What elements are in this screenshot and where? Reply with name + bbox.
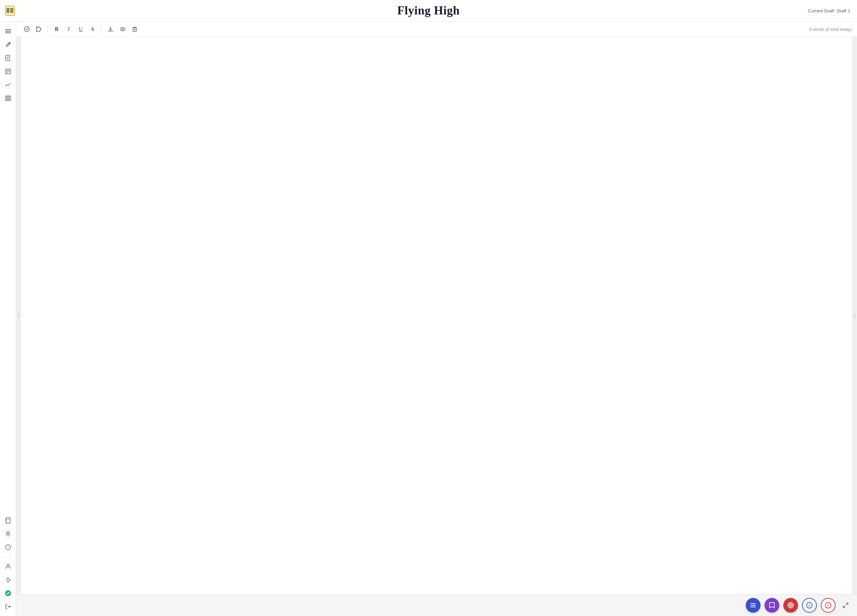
- svg-rect-4: [6, 12, 9, 13]
- page-title: Flying High: [398, 4, 460, 17]
- svg-rect-44: [750, 603, 756, 604]
- bold-button[interactable]: B: [51, 24, 62, 34]
- toolbar-divider-1: [48, 25, 48, 33]
- svg-line-54: [843, 606, 845, 608]
- underline-button[interactable]: U: [75, 24, 86, 34]
- word-count: 0 words (0 total today): [809, 27, 852, 32]
- sidebar-item-help[interactable]: ?: [2, 541, 14, 553]
- sidebar-item-profile[interactable]: [2, 560, 14, 573]
- svg-rect-5: [10, 8, 13, 9]
- tag-button[interactable]: [34, 24, 44, 34]
- sidebar-item-stats[interactable]: [2, 79, 14, 91]
- svg-line-33: [8, 582, 8, 583]
- formatting-toolbar: B I U S 0 words (0 total today): [16, 22, 857, 37]
- svg-rect-41: [133, 28, 136, 31]
- svg-point-36: [25, 27, 29, 32]
- italic-button[interactable]: I: [63, 24, 74, 34]
- svg-text:?: ?: [808, 604, 811, 608]
- fab-info[interactable]: ?: [802, 598, 817, 613]
- sidebar-item-edit[interactable]: [2, 65, 14, 77]
- svg-rect-45: [750, 605, 756, 606]
- left-resize-handle[interactable]: [16, 37, 21, 594]
- fab-goal[interactable]: [783, 598, 798, 613]
- sidebar-item-pin[interactable]: [2, 574, 14, 586]
- svg-text:!: !: [828, 603, 829, 608]
- draft-label: Current Draft: Draft 1: [808, 8, 850, 13]
- svg-rect-22: [8, 96, 9, 101]
- svg-rect-0: [5, 6, 15, 15]
- sidebar-item-logout[interactable]: [2, 601, 14, 613]
- svg-point-34: [5, 590, 11, 596]
- sidebar-divider: [4, 557, 12, 557]
- svg-rect-6: [10, 9, 13, 10]
- right-resize-dots: [854, 313, 855, 318]
- svg-line-55: [846, 603, 848, 605]
- sidebar-item-verified[interactable]: [2, 587, 14, 599]
- main-layout: ? B I U S: [0, 22, 857, 616]
- svg-point-37: [37, 28, 38, 28]
- app-logo[interactable]: [4, 5, 16, 17]
- svg-rect-21: [5, 96, 7, 101]
- svg-rect-1: [6, 8, 9, 9]
- svg-text:?: ?: [7, 546, 9, 549]
- download-button[interactable]: [105, 24, 116, 34]
- right-resize-handle[interactable]: [852, 37, 857, 594]
- svg-point-32: [7, 564, 9, 567]
- toolbar-divider-2: [102, 25, 102, 33]
- preview-button[interactable]: [117, 24, 128, 34]
- svg-rect-10: [5, 31, 11, 31]
- editor-page[interactable]: [21, 37, 852, 594]
- check-button[interactable]: [22, 24, 32, 34]
- resize-dots: [18, 313, 19, 318]
- svg-rect-7: [10, 11, 13, 11]
- expand-button[interactable]: [840, 599, 852, 611]
- svg-rect-9: [5, 29, 11, 30]
- bottom-bar: ? !: [16, 594, 857, 616]
- header: Flying High Current Draft: Draft 1: [0, 0, 857, 22]
- svg-rect-2: [6, 9, 9, 10]
- svg-point-49: [790, 605, 792, 606]
- fab-bookmark[interactable]: [764, 598, 779, 613]
- svg-rect-8: [10, 12, 13, 13]
- fab-alert[interactable]: !: [821, 598, 835, 613]
- sidebar-item-menu[interactable]: [2, 25, 14, 37]
- fab-list[interactable]: [746, 598, 761, 613]
- strikethrough-button[interactable]: S: [87, 24, 98, 34]
- svg-point-39: [120, 28, 125, 31]
- sidebar-item-pages[interactable]: [2, 52, 14, 64]
- svg-point-40: [122, 28, 123, 30]
- svg-rect-11: [5, 33, 11, 33]
- svg-point-29: [8, 533, 9, 534]
- svg-rect-24: [6, 518, 10, 523]
- sidebar: ?: [0, 22, 16, 616]
- sidebar-item-write[interactable]: [2, 39, 14, 51]
- sidebar-item-pen[interactable]: [2, 528, 14, 540]
- editor-area[interactable]: [21, 37, 852, 594]
- content-wrapper: [16, 37, 857, 594]
- svg-rect-3: [6, 11, 9, 11]
- sidebar-item-library[interactable]: [2, 92, 14, 104]
- svg-rect-23: [9, 96, 11, 101]
- sidebar-item-notebook[interactable]: [2, 514, 14, 526]
- svg-rect-46: [750, 607, 756, 607]
- svg-line-12: [9, 43, 10, 44]
- delete-button[interactable]: [129, 24, 140, 34]
